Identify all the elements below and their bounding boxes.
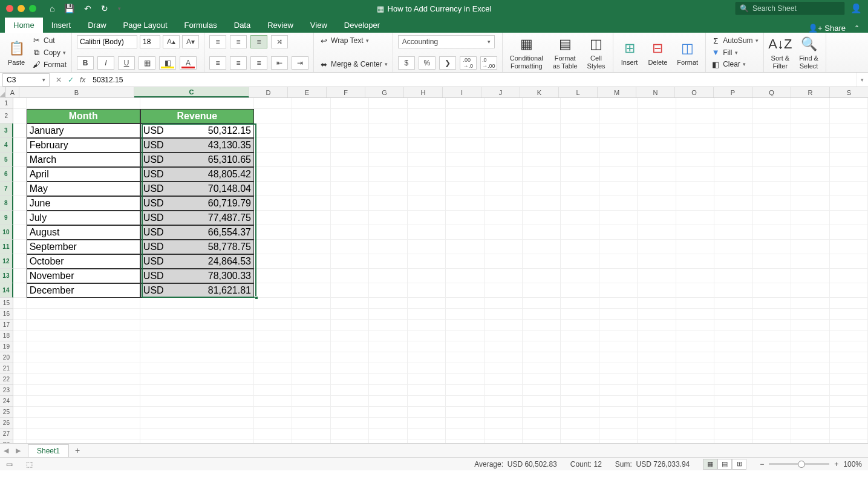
cell-D26[interactable] — [254, 418, 292, 429]
cell-D11[interactable] — [254, 240, 292, 254]
cell-D12[interactable] — [254, 254, 292, 269]
enter-formula-icon[interactable]: ✓ — [68, 76, 74, 84]
cell-D3[interactable] — [254, 123, 292, 138]
close-window-button[interactable] — [6, 5, 13, 12]
cell-E5[interactable] — [292, 153, 330, 167]
cell-H6[interactable] — [408, 167, 446, 182]
cell-Q20[interactable] — [753, 352, 791, 363]
ribbon-tab-review[interactable]: Review — [259, 18, 302, 33]
column-header-C[interactable]: C — [134, 87, 249, 97]
cell-O23[interactable] — [676, 385, 714, 396]
merge-center-button[interactable]: ⬌Merge & Center▾ — [319, 59, 388, 70]
maximize-window-button[interactable] — [29, 5, 36, 12]
cell-G2[interactable] — [369, 109, 407, 123]
cell-P24[interactable] — [714, 396, 752, 407]
column-header-S[interactable]: S — [830, 87, 868, 97]
cell-Q21[interactable] — [753, 363, 791, 374]
cell-L17[interactable] — [561, 320, 599, 330]
cell-B7[interactable]: May — [27, 182, 140, 196]
column-header-B[interactable]: B — [19, 87, 134, 97]
cell-F9[interactable] — [331, 211, 369, 225]
cell-Q8[interactable] — [753, 196, 791, 211]
font-size-select[interactable] — [140, 35, 160, 48]
cell-O7[interactable] — [676, 182, 714, 196]
cell-M3[interactable] — [599, 123, 638, 138]
cell-A21[interactable] — [13, 363, 27, 374]
cell-E19[interactable] — [292, 341, 330, 352]
cell-F5[interactable] — [331, 153, 369, 167]
column-header-R[interactable]: R — [791, 87, 830, 97]
cell-E9[interactable] — [292, 211, 330, 225]
cell-E3[interactable] — [292, 123, 330, 138]
cell-M10[interactable] — [599, 225, 638, 240]
number-format-select[interactable]: Accounting▾ — [398, 35, 495, 48]
cell-E20[interactable] — [292, 352, 330, 363]
cell-C14[interactable]: USD81,621.81 — [140, 283, 254, 298]
save-icon[interactable]: 💾 — [64, 4, 74, 13]
row-header-11[interactable]: 11 — [0, 240, 13, 254]
cell-R23[interactable] — [791, 385, 829, 396]
cell-P26[interactable] — [714, 418, 752, 429]
cell-K6[interactable] — [523, 167, 561, 182]
underline-button[interactable]: U — [118, 56, 135, 70]
font-name-select[interactable] — [77, 35, 137, 48]
column-header-F[interactable]: F — [327, 87, 365, 97]
cell-J16[interactable] — [485, 309, 523, 320]
copy-button[interactable]: ⧉Copy▾ — [31, 47, 67, 58]
cell-G4[interactable] — [369, 138, 407, 153]
cell-K5[interactable] — [523, 153, 561, 167]
cell-R15[interactable] — [791, 298, 829, 309]
ribbon-tab-formulas[interactable]: Formulas — [176, 18, 226, 33]
row-header-20[interactable]: 20 — [0, 352, 13, 363]
cell-F18[interactable] — [331, 330, 369, 341]
cell-D17[interactable] — [254, 320, 292, 330]
cell-Q1[interactable] — [753, 98, 791, 109]
column-header-L[interactable]: L — [559, 87, 598, 97]
cell-C9[interactable]: USD77,487.75 — [140, 211, 254, 225]
cut-button[interactable]: ✂Cut — [31, 35, 67, 46]
cell-D7[interactable] — [254, 182, 292, 196]
column-header-O[interactable]: O — [675, 87, 714, 97]
cell-O24[interactable] — [676, 396, 714, 407]
row-header-18[interactable]: 18 — [0, 330, 13, 341]
cell-J9[interactable] — [485, 211, 523, 225]
cell-K14[interactable] — [523, 283, 561, 298]
cell-A13[interactable] — [13, 269, 27, 283]
cell-S25[interactable] — [830, 407, 868, 418]
row-header-28[interactable]: 28 — [0, 439, 13, 443]
cell-B27[interactable] — [27, 429, 140, 439]
cell-H3[interactable] — [408, 123, 446, 138]
cell-I25[interactable] — [446, 407, 484, 418]
cell-O15[interactable] — [676, 298, 714, 309]
cell-P17[interactable] — [714, 320, 752, 330]
cell-O11[interactable] — [676, 240, 714, 254]
cell-P4[interactable] — [714, 138, 752, 153]
cell-D21[interactable] — [254, 363, 292, 374]
cell-L6[interactable] — [561, 167, 599, 182]
cell-I4[interactable] — [446, 138, 484, 153]
cell-F19[interactable] — [331, 341, 369, 352]
cell-R20[interactable] — [791, 352, 829, 363]
column-header-Q[interactable]: Q — [752, 87, 791, 97]
cell-B13[interactable]: November — [27, 269, 140, 283]
search-sheet-input[interactable]: 🔍 Search Sheet — [736, 2, 844, 15]
cell-M28[interactable] — [599, 439, 638, 443]
cell-F16[interactable] — [331, 309, 369, 320]
cell-N18[interactable] — [638, 330, 676, 341]
cell-M2[interactable] — [599, 109, 638, 123]
cell-F8[interactable] — [331, 196, 369, 211]
row-header-17[interactable]: 17 — [0, 320, 13, 330]
cell-B6[interactable]: April — [27, 167, 140, 182]
cell-F26[interactable] — [331, 418, 369, 429]
cell-F17[interactable] — [331, 320, 369, 330]
cell-J3[interactable] — [485, 123, 523, 138]
cell-J10[interactable] — [485, 225, 523, 240]
cell-D13[interactable] — [254, 269, 292, 283]
cell-L25[interactable] — [561, 407, 599, 418]
cell-E23[interactable] — [292, 385, 330, 396]
cell-C13[interactable]: USD78,300.33 — [140, 269, 254, 283]
cell-D10[interactable] — [254, 225, 292, 240]
cell-S6[interactable] — [830, 167, 868, 182]
cell-R7[interactable] — [791, 182, 829, 196]
cell-I7[interactable] — [446, 182, 484, 196]
